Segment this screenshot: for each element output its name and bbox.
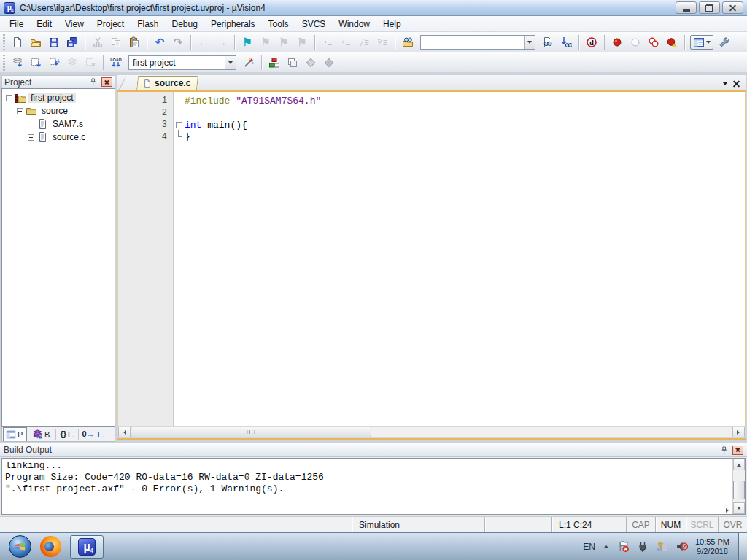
- load-application-button[interactable]: LOAD: [107, 54, 125, 71]
- panel-tab-t[interactable]: 0→T..: [80, 427, 108, 441]
- menu-debug[interactable]: Debug: [166, 17, 204, 31]
- code-line-3[interactable]: 3int main(){: [118, 119, 745, 131]
- save-all-button[interactable]: [63, 34, 81, 51]
- scroll-right-button[interactable]: [732, 427, 745, 438]
- toolbar-grip[interactable]: [3, 34, 5, 50]
- tree-item-sam7-s[interactable]: SAM7.s: [2, 117, 115, 131]
- menu-edit[interactable]: Edit: [30, 17, 58, 31]
- find-in-doc-button[interactable]: [539, 34, 557, 51]
- breakpoint-toggle-button[interactable]: [608, 34, 626, 51]
- save-button[interactable]: [45, 34, 63, 51]
- panel-tab-b[interactable]: ?B.: [29, 427, 55, 441]
- svg-text:d: d: [589, 38, 594, 46]
- show-hidden-icons-button[interactable]: [603, 544, 610, 550]
- search-combo[interactable]: [420, 35, 535, 50]
- tab-source-c[interactable]: source.c: [137, 76, 198, 90]
- open-folder-button[interactable]: [27, 34, 44, 51]
- code-line-1[interactable]: 1#include "AT91SAM7S64.h": [118, 95, 745, 107]
- editor-horizontal-scrollbar[interactable]: [117, 426, 746, 438]
- taskbar: EN 10:55 PM 9/2/2018: [0, 532, 747, 560]
- target-options-button[interactable]: [240, 54, 258, 71]
- select-diamond-hatch-button[interactable]: [320, 54, 338, 71]
- code-line-2[interactable]: 2: [118, 107, 745, 120]
- window-layout-icon: [693, 36, 705, 48]
- panel-tab-p[interactable]: P.: [3, 427, 27, 441]
- find-all-button[interactable]: d: [583, 34, 600, 51]
- breakpoint-disable-all-button[interactable]: [645, 34, 662, 51]
- tab-list-dropdown-button[interactable]: [723, 82, 727, 88]
- menu-project[interactable]: Project: [90, 17, 131, 31]
- translate-file-button[interactable]: [9, 54, 26, 71]
- target-icon: [15, 92, 26, 104]
- network-status-icon[interactable]: [656, 540, 668, 553]
- build-target-button[interactable]: [27, 54, 44, 71]
- expand-icon[interactable]: [28, 134, 34, 141]
- menu-view[interactable]: View: [58, 17, 90, 31]
- search-combo-dropdown-button[interactable]: [524, 36, 535, 49]
- file-extensions-button[interactable]: [284, 54, 301, 71]
- tree-item-source[interactable]: source: [2, 104, 115, 117]
- toolbar-grip[interactable]: [3, 55, 5, 71]
- breakpoint-kill-all-button[interactable]: [663, 34, 681, 51]
- fold-collapse-icon[interactable]: [176, 122, 182, 128]
- pin-button[interactable]: [718, 445, 729, 455]
- manage-components-button[interactable]: [266, 54, 283, 71]
- menu-window[interactable]: Window: [332, 17, 376, 31]
- project-panel-close-button[interactable]: [101, 77, 112, 87]
- rebuild-all-button[interactable]: [45, 54, 63, 71]
- scroll-left-button[interactable]: [118, 427, 131, 438]
- windows-logo-icon: [15, 541, 26, 552]
- window-layout-button[interactable]: [690, 35, 713, 50]
- scrollbar-track[interactable]: [371, 427, 732, 438]
- scrollbar-thumb[interactable]: [733, 481, 745, 499]
- build-output-close-button[interactable]: [732, 446, 743, 455]
- firefox-taskbar-icon[interactable]: [40, 536, 61, 557]
- tools-wrench-button[interactable]: [716, 34, 733, 51]
- pin-button[interactable]: [87, 77, 98, 88]
- incremental-find-button[interactable]: [557, 34, 575, 51]
- tree-item-first-project[interactable]: first project: [2, 91, 115, 104]
- scrollbar-thumb[interactable]: [131, 427, 371, 438]
- target-combo-dropdown-button[interactable]: [225, 56, 236, 69]
- power-plug-icon[interactable]: [637, 541, 649, 553]
- taskbar-clock[interactable]: 10:55 PM 9/2/2018: [695, 537, 731, 556]
- breakpoint-disable-button[interactable]: [627, 34, 644, 51]
- select-diamond-button[interactable]: [302, 54, 320, 71]
- minimize-button[interactable]: [676, 1, 697, 14]
- undo-button[interactable]: ↶: [151, 34, 169, 51]
- menu-tools[interactable]: Tools: [262, 17, 295, 31]
- panel-tab-f[interactable]: {}F.: [57, 427, 77, 441]
- collapse-icon[interactable]: [6, 95, 12, 101]
- code-editor[interactable]: 1#include "AT91SAM7S64.h"23int main(){4}: [117, 92, 746, 426]
- select-diamond-hatch-icon: [323, 57, 335, 69]
- new-file-button[interactable]: [9, 34, 26, 51]
- action-center-flag-icon[interactable]: [617, 540, 630, 553]
- uvision-taskbar-button[interactable]: [70, 535, 104, 559]
- scroll-down-button[interactable]: [733, 502, 745, 514]
- panel-tab-label: P.: [18, 430, 24, 439]
- find-in-files-button[interactable]: [399, 34, 417, 51]
- menu-svcs[interactable]: SVCS: [295, 17, 333, 31]
- document-close-button[interactable]: [733, 80, 740, 87]
- restore-button[interactable]: [699, 1, 720, 14]
- tree-item-label: source: [39, 106, 70, 116]
- collapse-icon[interactable]: [17, 108, 23, 114]
- paste-button[interactable]: [125, 34, 143, 51]
- scroll-up-button[interactable]: [733, 459, 745, 470]
- target-options-icon: [243, 57, 255, 69]
- menu-flash[interactable]: Flash: [131, 17, 165, 31]
- code-line-4[interactable]: 4}: [118, 131, 745, 144]
- close-button[interactable]: [722, 1, 743, 14]
- uncomment-button: [374, 34, 391, 51]
- menu-peripherals[interactable]: Peripherals: [204, 17, 262, 31]
- start-button[interactable]: [9, 535, 31, 558]
- tree-item-source-c[interactable]: source.c: [2, 131, 115, 144]
- menu-help[interactable]: Help: [376, 17, 408, 31]
- show-desktop-button[interactable]: [738, 533, 747, 560]
- build-output-scrollbar[interactable]: [732, 459, 745, 514]
- bookmark-toggle-button[interactable]: ⚑: [239, 34, 256, 51]
- menu-file[interactable]: File: [3, 17, 30, 31]
- volume-muted-icon[interactable]: [676, 540, 688, 553]
- target-combo[interactable]: first project: [128, 55, 236, 70]
- language-indicator[interactable]: EN: [583, 542, 595, 552]
